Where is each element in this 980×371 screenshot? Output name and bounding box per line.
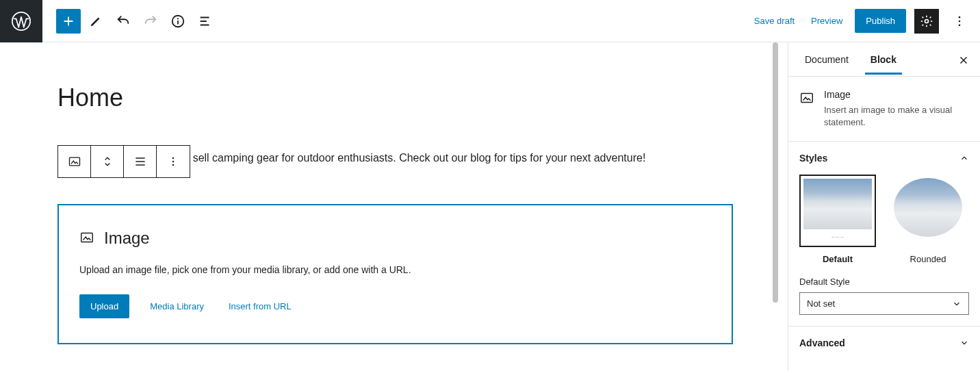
block-card-description: Insert an image to make a visual stateme… xyxy=(824,104,969,129)
publish-button[interactable]: Publish xyxy=(855,9,906,33)
move-updown-icon[interactable] xyxy=(91,146,124,177)
image-block-title: Image xyxy=(104,229,150,248)
image-block-description: Upload an image file, pick one from your… xyxy=(79,264,711,275)
block-toolbar xyxy=(57,145,190,178)
info-icon[interactable] xyxy=(166,9,190,34)
wordpress-logo[interactable] xyxy=(0,0,42,42)
style-rounded-label: Rounded xyxy=(890,254,966,264)
close-sidebar-icon[interactable] xyxy=(955,52,972,68)
block-more-icon[interactable] xyxy=(157,146,190,177)
image-icon xyxy=(79,230,94,247)
advanced-panel-title: Advanced xyxy=(799,337,845,348)
save-draft-button[interactable]: Save draft xyxy=(750,10,799,31)
top-toolbar: Save draft Preview Publish xyxy=(0,0,980,42)
align-icon[interactable] xyxy=(124,146,157,177)
edit-icon[interactable] xyxy=(83,9,108,34)
toolbar-left xyxy=(42,9,218,34)
thumbnail-caption: — — — xyxy=(831,232,844,242)
main-area: Home sell camping gear for xyxy=(0,42,980,371)
undo-icon[interactable] xyxy=(111,9,136,34)
scrollbar[interactable] xyxy=(773,42,778,303)
styles-panel-header[interactable]: Styles xyxy=(788,142,980,175)
svg-point-3 xyxy=(925,19,929,23)
svg-rect-7 xyxy=(69,157,79,166)
svg-point-4 xyxy=(959,16,961,18)
settings-button[interactable] xyxy=(914,9,939,34)
svg-point-8 xyxy=(172,157,175,159)
advanced-panel: Advanced xyxy=(788,326,980,359)
editor-canvas: Home sell camping gear for xyxy=(0,42,788,371)
svg-rect-11 xyxy=(81,233,93,242)
chevron-down-icon xyxy=(952,299,962,309)
advanced-panel-header[interactable]: Advanced xyxy=(788,327,980,359)
more-menu-button[interactable] xyxy=(947,9,972,34)
tab-block[interactable]: Block xyxy=(865,44,902,75)
chevron-down-icon xyxy=(959,338,969,348)
styles-panel-title: Styles xyxy=(799,153,827,164)
style-default-label: Default xyxy=(799,254,876,264)
thumbnail-image xyxy=(803,179,872,229)
svg-point-2 xyxy=(177,18,179,19)
image-block-placeholder[interactable]: Image Upload an image file, pick one fro… xyxy=(57,204,733,344)
svg-rect-12 xyxy=(801,94,813,103)
image-icon xyxy=(799,89,814,107)
upload-button[interactable]: Upload xyxy=(79,294,129,318)
block-card-title: Image xyxy=(824,89,969,100)
toolbar-right: Save draft Preview Publish xyxy=(750,9,980,34)
default-style-label: Default Style xyxy=(799,277,969,287)
settings-sidebar: Document Block Image Insert an image to … xyxy=(788,42,980,371)
svg-point-0 xyxy=(12,12,30,29)
block-card: Image Insert an image to make a visual s… xyxy=(788,77,980,141)
page-title[interactable]: Home xyxy=(57,84,733,112)
insert-from-url-button[interactable]: Insert from URL xyxy=(224,296,296,317)
svg-point-5 xyxy=(959,20,961,22)
sidebar-tabs: Document Block xyxy=(788,42,980,77)
svg-point-10 xyxy=(172,164,175,166)
add-block-button[interactable] xyxy=(56,9,81,34)
svg-point-9 xyxy=(172,161,175,163)
svg-point-6 xyxy=(959,24,961,26)
tab-document[interactable]: Document xyxy=(799,44,854,75)
style-default[interactable]: — — — Default xyxy=(799,175,876,264)
styles-panel: Styles — — — Default xyxy=(788,141,980,326)
preview-button[interactable]: Preview xyxy=(807,10,847,31)
chevron-up-icon xyxy=(959,153,969,163)
style-rounded[interactable]: Rounded xyxy=(890,175,966,264)
default-style-value: Not set xyxy=(807,298,835,309)
default-style-select[interactable]: Not set xyxy=(799,292,969,315)
paragraph-text[interactable]: sell camping gear for outdoor enthusiast… xyxy=(193,152,646,164)
outline-icon[interactable] xyxy=(193,9,218,34)
media-library-button[interactable]: Media Library xyxy=(146,296,208,317)
block-type-icon[interactable] xyxy=(58,146,91,177)
redo-icon xyxy=(138,9,163,34)
thumbnail-image-rounded xyxy=(894,178,962,237)
